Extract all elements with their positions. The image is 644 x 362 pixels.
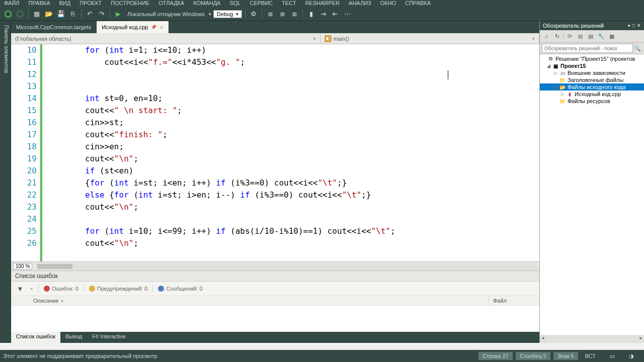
refresh-icon[interactable]: ⟳ [565, 32, 574, 41]
sync-icon[interactable]: ↻ [552, 32, 561, 41]
menu-отладка[interactable]: ОТЛАДКА [158, 0, 184, 6]
tab-targets[interactable]: Microsoft.CppCommon.targets [11, 21, 97, 33]
nav-back-icon[interactable] [3, 9, 13, 19]
dropdown-icon[interactable]: ▾ [628, 23, 630, 28]
save-all-icon[interactable]: ⎘ [68, 9, 78, 19]
info-icon [158, 286, 164, 292]
properties-icon[interactable]: 🔧 [597, 32, 606, 41]
error-columns: Описание ▼ Файл [11, 296, 539, 306]
error-list-panel: Список ошибок ▼▾ Ошибок: 0 Предупреждени… [11, 270, 539, 332]
tree-project[interactable]: ◢▣Проект15 [540, 62, 644, 69]
menu-sql[interactable]: SQL [229, 0, 240, 6]
solution-hscroll[interactable] [540, 335, 644, 343]
tree-resources[interactable]: 📁Файлы ресурсов [540, 98, 644, 105]
start-debug-icon[interactable]: ▶ [113, 9, 123, 19]
toolbox-strip[interactable]: Панель элементов [0, 21, 11, 343]
menu-проект[interactable]: ПРОЕКТ [79, 0, 102, 6]
tree-solution-root[interactable]: ⧉Решение "Проект15" (проектов [540, 55, 644, 62]
menu-справка[interactable]: СПРАВКА [405, 0, 431, 6]
error-filters: ▼▾ Ошибок: 0 Предупреждений: 0 Сообщений… [11, 282, 539, 296]
code-editor[interactable]: 1011121314151617181920212223242526 for (… [11, 44, 539, 261]
nav-fwd-icon[interactable] [15, 9, 25, 19]
menu-resharper[interactable]: RESHARPER [305, 0, 340, 6]
maximize-icon[interactable]: □ [632, 23, 635, 28]
error-list-body[interactable] [11, 306, 539, 332]
status-notify-icon[interactable]: ▭ [603, 353, 622, 359]
collapse-icon[interactable]: ⊟ [576, 32, 585, 41]
show-all-icon[interactable]: ▤ [586, 32, 595, 41]
tool-b-icon[interactable]: ≣ [265, 9, 275, 19]
method-icon: ◧ [325, 35, 332, 42]
btab-output[interactable]: Вывод [60, 332, 87, 343]
btab-fsharp[interactable]: F# Interactive [87, 332, 131, 343]
folder-open-icon: 📂 [559, 84, 566, 90]
menu-построение[interactable]: ПОСТРОЕНИЕ [111, 0, 149, 6]
solution-toolbar: ⌂ ↻ ⟳ ⊟ ▤ 🔧 ▦ [540, 30, 644, 43]
status-bar: Этот элемент не поддерживает предварител… [0, 350, 644, 362]
pin-icon[interactable]: 📌 [151, 25, 156, 30]
tool-h-icon[interactable]: ⋯ [342, 9, 352, 19]
tool-g-icon[interactable]: ⇤ [330, 9, 340, 19]
new-project-icon[interactable]: ▦ [32, 9, 42, 19]
tool-f-icon[interactable]: ⇥ [318, 9, 328, 19]
cpp-file-icon: ⧫ [566, 91, 573, 97]
tool-c-icon[interactable]: ≣ [277, 9, 287, 19]
solution-tree[interactable]: ⧉Решение "Проект15" (проектов ◢▣Проект15… [540, 54, 644, 335]
save-icon[interactable]: 💾 [56, 9, 66, 19]
warnings-filter[interactable]: Предупреждений: 0 [89, 286, 147, 292]
filter-icon[interactable]: ▼ [15, 284, 25, 294]
menu-окно[interactable]: ОКНО [380, 0, 396, 6]
tree-ext-deps[interactable]: ▷▭Внешние зависимости [540, 69, 644, 76]
menu-вид[interactable]: ВИД [59, 0, 71, 6]
tool-e-icon[interactable]: ▮ [306, 9, 316, 19]
btab-errors[interactable]: Список ошибок [11, 332, 60, 343]
warning-icon [89, 286, 95, 292]
menu-правка[interactable]: ПРАВКА [29, 0, 50, 6]
undo-icon[interactable]: ↶ [85, 9, 95, 19]
code-content[interactable]: for (int i=1; i<=10; i++) cout<<i<<"f.="… [42, 44, 539, 261]
menu-файл[interactable]: ФАЙЛ [4, 0, 20, 6]
text-cursor [448, 70, 448, 79]
errors-filter[interactable]: Ошибок: 0 [44, 286, 78, 292]
tab-source[interactable]: Исходный код.cpp📌✕ [97, 21, 169, 33]
tree-source-folder[interactable]: ◢📂Файлы исходного кода [540, 83, 644, 90]
close-panel-icon[interactable]: ✕ [637, 23, 641, 28]
main-menubar[interactable]: ФАЙЛПРАВКАВИДПРОЕКТПОСТРОЕНИЕОТЛАДКАКОМА… [0, 0, 644, 7]
config-combo[interactable]: Debug [213, 10, 242, 18]
scope-global-combo[interactable]: (Глобальная область) [11, 35, 320, 43]
status-line: Строка 27 [478, 352, 513, 360]
solution-search: 🔍 [540, 43, 644, 54]
status-col: Столбец 5 [516, 352, 550, 360]
menu-сервис[interactable]: СЕРВИС [250, 0, 273, 6]
h-scrollbar[interactable] [36, 263, 537, 270]
col-file[interactable]: Файл [489, 296, 539, 305]
document-tabs: Microsoft.CppCommon.targets Исходный код… [11, 21, 539, 33]
messages-filter[interactable]: Сообщений: 0 [158, 286, 202, 292]
status-ins: ВСТ [578, 353, 603, 359]
scope-bar: (Глобальная область) ◧main() [11, 33, 539, 44]
tree-headers[interactable]: 📁Заголовочные файлы [540, 76, 644, 83]
tool-a-icon[interactable]: ⚙ [249, 9, 259, 19]
status-resize-icon[interactable]: ◑ [622, 353, 641, 359]
col-description[interactable]: Описание ▼ [29, 296, 489, 305]
menu-команда[interactable]: КОМАНДА [193, 0, 220, 6]
tool-d-icon[interactable]: ≣ [289, 9, 299, 19]
debugger-label[interactable]: Локальный отладчик Windows [125, 11, 207, 17]
home-icon[interactable]: ⌂ [542, 32, 551, 41]
menu-тест[interactable]: ТЕСТ [282, 0, 296, 6]
redo-icon[interactable]: ↷ [97, 9, 107, 19]
menu-анализ[interactable]: АНАЛИЗ [349, 0, 371, 6]
zoom-combo[interactable]: 100 % [13, 263, 32, 269]
close-icon[interactable]: ✕ [159, 25, 164, 30]
status-char: Знак 5 [553, 352, 578, 360]
main-toolbar: ▦ 📂 💾 ⎘ ↶ ↷ ▶ Локальный отладчик Windows… [0, 7, 644, 21]
tree-source-file[interactable]: ▷⧫Исходный код.cpp [540, 90, 644, 98]
solution-explorer-title: Обозреватель решений ▾□✕ [540, 21, 644, 30]
open-icon[interactable]: 📂 [44, 9, 54, 19]
search-icon[interactable]: 🔍 [633, 44, 642, 53]
status-message: Этот элемент не поддерживает предварител… [3, 353, 475, 359]
solution-search-input[interactable] [542, 44, 633, 53]
scope-func-combo[interactable]: ◧main() [320, 34, 539, 43]
refs-icon: ▭ [559, 70, 566, 76]
preview-icon[interactable]: ▦ [607, 32, 616, 41]
